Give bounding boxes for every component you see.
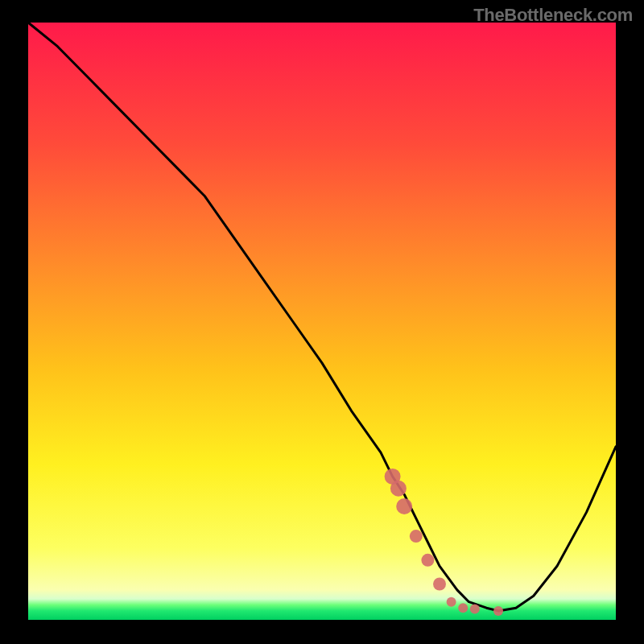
highlight-dot xyxy=(410,530,423,543)
watermark-text: TheBottleneck.com xyxy=(473,5,633,26)
highlight-dot xyxy=(493,606,503,616)
highlight-dot xyxy=(470,605,480,614)
chart-svg xyxy=(0,0,644,644)
frame-left xyxy=(0,0,28,644)
highlight-dot xyxy=(433,578,446,591)
highlight-dot xyxy=(458,603,468,613)
highlight-dot xyxy=(396,498,412,514)
plot-background xyxy=(28,23,616,620)
frame-right xyxy=(616,0,644,644)
frame-bottom xyxy=(0,620,644,644)
highlight-dot xyxy=(447,597,456,607)
chart-root: TheBottleneck.com xyxy=(0,0,644,644)
highlight-dot xyxy=(421,554,434,567)
highlight-dot xyxy=(390,481,407,497)
